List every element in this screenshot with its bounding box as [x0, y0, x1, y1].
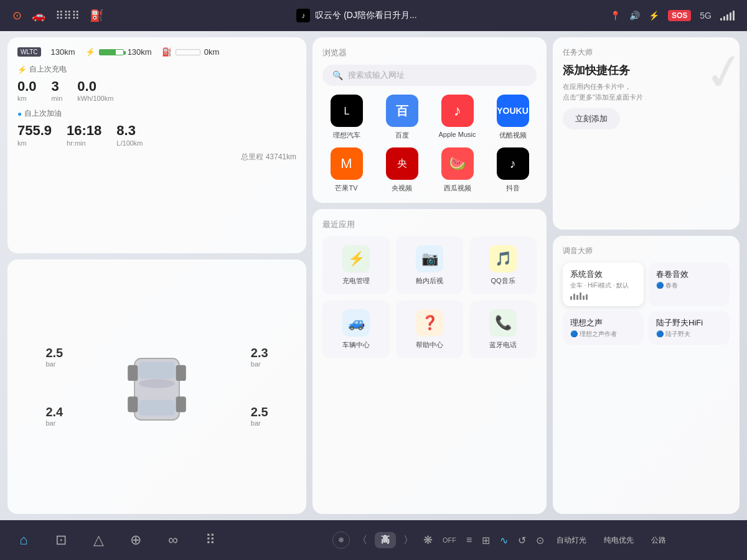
defrost[interactable]: ⊞	[479, 532, 492, 549]
recent-apps-grid: ⚡ 充电管理 📷 舱内后视 🎵 QQ音乐	[322, 236, 537, 358]
charge-stats: 0.0 km 3 min 0.0 kWh/100km	[17, 78, 296, 102]
nav-navigate[interactable]: △	[87, 529, 110, 551]
app-grid: L 理想汽车 百 百度 ♪ Apple Music	[322, 95, 537, 193]
app-baidu[interactable]: 百 百度	[378, 95, 426, 140]
search-bar[interactable]: 🔍 搜索或输入网址	[322, 65, 537, 86]
wltc-badge: WLTC	[17, 47, 41, 57]
recirculate[interactable]: ↺	[515, 532, 529, 549]
charge-label: ⚡ 自上次充电	[17, 64, 296, 75]
recent-apps-title: 最近应用	[322, 219, 537, 230]
fuel-range-km: 0km	[204, 47, 220, 57]
tuner-option-lixiang-voice[interactable]: 理想之声 🔵 理想之声作者	[563, 311, 644, 345]
svg-rect-1	[139, 362, 175, 379]
range-row: WLTC 130km ⚡ 130km ⛽ 0km	[17, 47, 296, 57]
signal-text: 5G	[700, 11, 712, 21]
charge-km: 0.0 km	[17, 78, 37, 102]
sos-badge[interactable]: SOS	[668, 10, 691, 21]
nav-car[interactable]: ⊕	[125, 529, 147, 551]
lightning-icon: ⚡	[17, 65, 27, 74]
browser-card: 浏览器 🔍 搜索或输入网址 L 理想汽车	[312, 37, 547, 203]
nav-center: ❄ 〈 高 〉 ❋ OFF ≡ ⊞ ∿ ↺ ⊙ 自动灯光 纯电优先 公路	[326, 531, 735, 549]
wltc-range: 130km	[51, 47, 75, 57]
seat-heat[interactable]: ≡	[464, 532, 474, 548]
recent-cabin[interactable]: 📷 舱内后视	[396, 236, 463, 294]
search-placeholder: 搜索或输入网址	[348, 70, 405, 81]
app-youku[interactable]: YOUKU 优酷视频	[489, 95, 537, 140]
location-icon[interactable]: 📍	[610, 11, 621, 21]
fuel-icon: ⛽	[90, 9, 103, 22]
ac-icons-row: ❋ OFF ≡ ⊞ ∿ ↺ ⊙	[421, 531, 547, 549]
vehicle-info-card: WLTC 130km ⚡ 130km ⛽ 0km ⚡ 自上次充电	[7, 37, 306, 253]
task-master-card: ✓ 任务大师 添加快捷任务 在应用内任务卡片中，点击"更多"添加至桌面卡片 立刻…	[553, 37, 740, 230]
left-panel: WLTC 130km ⚡ 130km ⛽ 0km ⚡ 自上次充电	[7, 37, 306, 514]
recording-icon: ⊙	[12, 9, 22, 22]
tire-rr: 2.5 bar	[251, 405, 268, 427]
task-desc: 在应用内任务卡片中，点击"更多"添加至桌面卡片	[563, 82, 730, 102]
ac-prev[interactable]: 〈	[355, 531, 370, 549]
charge-min: 3 min	[52, 78, 63, 102]
ac-control[interactable]: ❄	[332, 531, 350, 549]
app-mango[interactable]: M 芒果TV	[322, 147, 370, 193]
total-mileage: 总里程 43741km	[17, 152, 296, 162]
status-bar-right: 📍 🔊 ⚡ SOS 5G	[610, 10, 735, 21]
tuner-option-chunjuan[interactable]: 春卷音效 🔵 春卷	[649, 263, 730, 306]
vent-mode[interactable]: ⊙	[533, 532, 547, 549]
drop-icon: ●	[17, 110, 22, 118]
ac-mode[interactable]: ∿	[497, 532, 510, 549]
fuel-time: 16:18 hr:min	[67, 123, 101, 146]
svg-rect-3	[128, 365, 138, 381]
fan-off[interactable]: OFF	[440, 534, 459, 546]
right-panel: ✓ 任务大师 添加快捷任务 在应用内任务卡片中，点击"更多"添加至桌面卡片 立刻…	[553, 37, 740, 514]
ac-next[interactable]: 〉	[401, 531, 416, 549]
bottom-nav: ⌂ ⊡ △ ⊕ ∞ ⠿ ❄ 〈 高 〉 ❋ OFF ≡ ⊞ ∿ ↺ ⊙ 自动灯光…	[0, 520, 747, 560]
signal-bars	[720, 11, 735, 21]
app-douyin[interactable]: ♪ 抖音	[489, 147, 537, 193]
svg-rect-6	[176, 396, 186, 412]
tire-col-right: 2.3 bar 2.5 bar	[251, 346, 268, 427]
recent-charge[interactable]: ⚡ 充电管理	[322, 236, 390, 294]
ac-icon: ❄	[332, 531, 350, 549]
auto-lights[interactable]: 自动灯光	[552, 533, 591, 548]
status-bar-left: ⊙ 🚗 ⠿⠿⠿ ⛽	[12, 9, 103, 22]
nav-view[interactable]: ⊡	[50, 529, 72, 551]
app-lixiang[interactable]: L 理想汽车	[322, 95, 370, 140]
road-mode[interactable]: 公路	[646, 533, 671, 548]
ac-temp: 高	[375, 532, 396, 548]
tuner-option-system[interactable]: 系统音效 全车 · HiFi模式 · 默认	[563, 263, 644, 306]
recent-bluetooth[interactable]: 📞 蓝牙电话	[469, 301, 537, 358]
music-app-icon: ♪	[296, 9, 310, 22]
fuel-bar	[176, 49, 200, 55]
battery-bar	[99, 49, 124, 55]
fan-icon[interactable]: ❋	[421, 531, 435, 549]
car-diagram	[120, 330, 194, 442]
recent-apps-card: 最近应用 ⚡ 充电管理 📷 舱内后视 🎵	[312, 209, 547, 514]
tuner-equalizer	[570, 292, 636, 300]
now-playing-title: 叹云兮 (DJ陪你看日升月...	[315, 10, 416, 21]
nav-apps[interactable]: ⠿	[199, 529, 222, 551]
recent-car-center[interactable]: 🚙 车辆中心	[322, 301, 390, 358]
recent-qq-music[interactable]: 🎵 QQ音乐	[469, 236, 537, 294]
recent-help[interactable]: ❓ 帮助中心	[396, 301, 463, 358]
nav-connect[interactable]: ∞	[162, 529, 184, 551]
tire-pressure-card: 2.5 bar 2.4 bar	[7, 259, 306, 514]
svg-rect-2	[139, 400, 175, 416]
ev-priority[interactable]: 纯电优先	[599, 533, 639, 548]
app-apple-music[interactable]: ♪ Apple Music	[433, 95, 481, 140]
app-cctv[interactable]: 央 央视频	[378, 147, 426, 193]
charge-efficiency: 0.0 kWh/100km	[77, 78, 113, 102]
tuner-card: 调音大师 系统音效 全车 · HiFi模式 · 默认 春卷音效	[553, 236, 740, 514]
nav-right: 自动灯光 纯电优先 公路	[552, 533, 671, 548]
charge-section: ⚡ 自上次充电 0.0 km 3 min 0.0 kWh/100km	[17, 64, 296, 102]
fuel-icon-small: ⛽	[162, 47, 172, 57]
tuner-option-luzi[interactable]: 陆子野夫HiFi 🔵 陆子野夫	[649, 311, 730, 345]
add-task-button[interactable]: 立刻添加	[563, 108, 620, 129]
bluetooth-icon[interactable]: ⚡	[649, 11, 659, 21]
app-xigua[interactable]: 🍉 西瓜视频	[433, 147, 481, 193]
tire-col-left: 2.5 bar 2.4 bar	[45, 346, 63, 427]
tuner-header: 调音大师	[563, 246, 730, 256]
electric-range-item: ⚡ 130km	[85, 47, 152, 57]
nav-home[interactable]: ⌂	[12, 529, 35, 551]
fuel-stats: 755.9 km 16:18 hr:min 8.3 L/100km	[17, 123, 296, 146]
volume-icon[interactable]: 🔊	[629, 11, 640, 21]
status-bar-center: ♪ 叹云兮 (DJ陪你看日升月...	[116, 9, 598, 22]
